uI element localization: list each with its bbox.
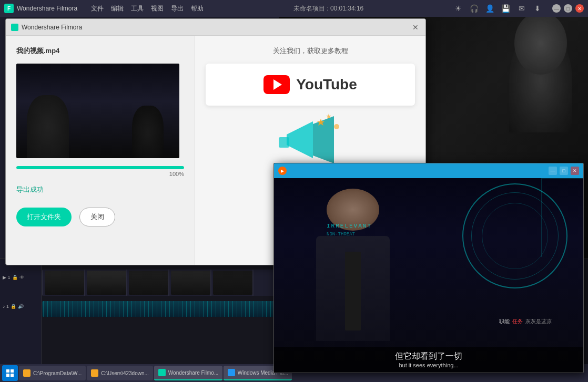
person-tie <box>345 252 361 331</box>
svg-marker-5 <box>313 116 334 163</box>
dialog-title-left: Wondershare Filmora <box>11 24 82 31</box>
menu-tools[interactable]: 工具 <box>131 4 144 13</box>
thumbnail-2 <box>87 271 126 295</box>
youtube-play-triangle <box>273 79 282 90</box>
app-title: Wondershare Filmora <box>17 5 77 12</box>
dialog-close-button[interactable]: ✕ <box>411 23 420 32</box>
job-tag: 职能 任务 灰灰是蓝凉 <box>499 318 552 325</box>
media-player-icon: ▶ <box>278 167 287 175</box>
hud-threat-text: NON-THREAT <box>327 232 355 237</box>
brightness-icon[interactable]: ☀ <box>453 3 464 14</box>
subtitle-english: but it sees everything... <box>278 362 579 368</box>
save-icon[interactable]: 💾 <box>501 3 511 14</box>
export-success-text: 导出成功 <box>16 185 184 194</box>
menu-export[interactable]: 导出 <box>171 4 184 13</box>
subtitle-bar: 但它却看到了一切 but it sees everything... <box>274 347 583 373</box>
taskbar-label-1: C:\ProgramData\W... <box>33 370 82 376</box>
thumbnail-3 <box>129 271 168 295</box>
headphone-icon[interactable]: 🎧 <box>469 3 480 14</box>
dialog-buttons: 打开文件夹 关闭 <box>16 208 184 226</box>
svg-marker-4 <box>287 121 313 158</box>
video-thumbnail <box>16 64 179 158</box>
follow-us-label: 关注我们，获取更多教程 <box>206 46 415 56</box>
progress-label: 100% <box>16 171 184 177</box>
account-icon[interactable]: 👤 <box>485 3 495 14</box>
job-label: 职能 <box>499 318 510 325</box>
dialog-logo <box>11 24 18 31</box>
taskbar-item-explorer2[interactable]: C:\Users\423down... <box>87 366 153 380</box>
svg-rect-6 <box>279 137 289 148</box>
media-icon <box>228 369 235 376</box>
minimize-button[interactable]: — <box>552 4 561 13</box>
youtube-banner[interactable]: YouTube <box>206 64 415 106</box>
menu-view[interactable]: 视图 <box>151 4 164 13</box>
menu-bar: 文件 编辑 工具 视图 导出 帮助 <box>91 4 204 13</box>
svg-rect-0 <box>6 369 9 373</box>
media-player-title-bar: ▶ — □ ✕ <box>274 163 583 178</box>
thumbnail-1 <box>45 271 84 295</box>
progress-bar-track <box>16 166 184 169</box>
start-button[interactable] <box>2 365 18 381</box>
media-player-window-controls: — □ ✕ <box>549 167 579 175</box>
explorer-icon-1 <box>23 369 31 377</box>
title-bar-right: ☀ 🎧 👤 💾 ✉ ⬇ — □ ✕ <box>453 3 584 14</box>
scene-person <box>306 194 400 341</box>
preview-figure <box>509 27 572 132</box>
media-player-title-left: ▶ <box>278 167 287 175</box>
window-controls: — □ ✕ <box>552 4 584 13</box>
youtube-text: YouTube <box>296 76 357 93</box>
thumbnail-5 <box>213 271 252 295</box>
timeline-left-panel: ▶ 1 🔒 👁 ♪ 1 🔒 🔊 <box>0 259 42 364</box>
dialog-filename: 我的视频.mp4 <box>16 46 184 56</box>
title-bar-left: F Wondershare Filmora 文件 编辑 工具 视图 导出 帮助 <box>4 4 204 13</box>
timecode-display: 未命名项目 : 00:01:34:16 <box>293 4 363 13</box>
progress-bar-container: 100% <box>16 166 184 177</box>
hud-lines <box>541 178 583 257</box>
taskbar-item-explorer1[interactable]: C:\ProgramData\W... <box>19 366 86 380</box>
close-dialog-button[interactable]: 关闭 <box>79 208 115 226</box>
svg-point-9 <box>334 124 339 129</box>
taskbar-label-2: C:\Users\423down... <box>101 370 149 376</box>
dialog-title-text: Wondershare Filmora <box>22 24 82 31</box>
menu-edit[interactable]: 编辑 <box>111 4 124 13</box>
hud-irrelevant-text: IRRELEVANT <box>327 223 372 229</box>
app-logo: F <box>4 4 14 13</box>
thumbnail-4 <box>171 271 210 295</box>
progress-bar-fill <box>16 166 184 169</box>
menu-file[interactable]: 文件 <box>91 4 104 13</box>
title-bar: F Wondershare Filmora 文件 编辑 工具 视图 导出 帮助 … <box>0 0 588 17</box>
svg-rect-2 <box>6 374 9 377</box>
thumb-figure-right <box>132 106 164 158</box>
media-maximize-button[interactable]: □ <box>560 167 568 175</box>
taskbar-label-3: Wondershare Filmo... <box>168 370 218 376</box>
open-folder-button[interactable]: 打开文件夹 <box>16 208 72 226</box>
dialog-title-bar: Wondershare Filmora ✕ <box>6 19 425 36</box>
maximize-button[interactable]: □ <box>564 4 572 13</box>
close-button[interactable]: ✕ <box>575 4 584 13</box>
media-minimize-button[interactable]: — <box>549 167 557 175</box>
track-label-1: ▶ 1 🔒 👁 <box>3 275 24 280</box>
dialog-left-panel: 我的视频.mp4 100% 导出成功 打开文件夹 关闭 <box>6 36 195 265</box>
thumb-figure-left <box>27 95 69 158</box>
media-player-window: ▶ — □ ✕ IRRELEVANT NON-THREAT 职能 任务 灰灰是蓝… <box>273 163 584 373</box>
media-close-button[interactable]: ✕ <box>571 167 579 175</box>
menu-help[interactable]: 帮助 <box>191 4 204 13</box>
job-status: 任务 <box>512 318 523 325</box>
filmora-icon <box>158 369 166 376</box>
download-icon[interactable]: ⬇ <box>532 3 543 14</box>
media-player-video: IRRELEVANT NON-THREAT 职能 任务 灰灰是蓝凉 但它却看到了… <box>274 178 583 373</box>
subtitle-chinese: 但它却看到了一切 <box>278 351 579 362</box>
taskbar-item-filmora[interactable]: Wondershare Filmo... <box>154 366 222 380</box>
explorer-icon-2 <box>91 369 98 377</box>
mail-icon[interactable]: ✉ <box>516 3 527 14</box>
track-label-2: ♪ 1 🔒 🔊 <box>3 304 24 309</box>
youtube-icon <box>263 75 290 94</box>
svg-rect-3 <box>11 374 14 377</box>
job-gray: 灰灰是蓝凉 <box>525 318 552 325</box>
svg-rect-1 <box>11 369 14 373</box>
